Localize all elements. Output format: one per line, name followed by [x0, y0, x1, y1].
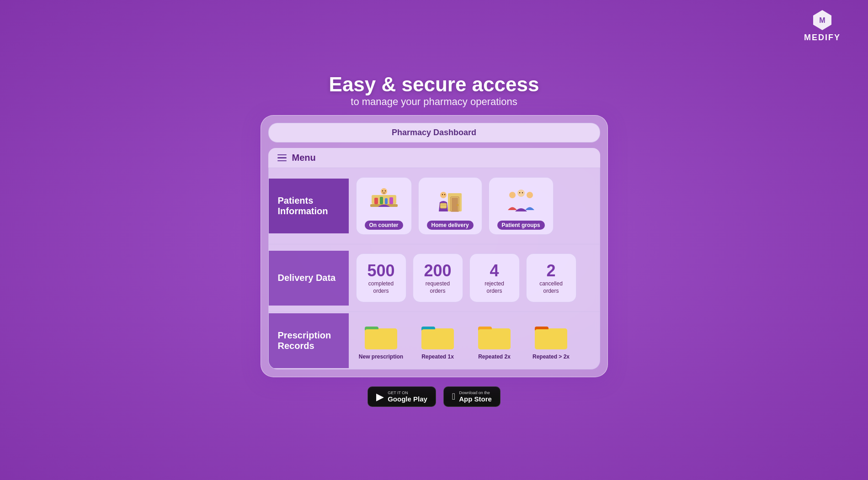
logo-area: M MEDIFY [804, 9, 841, 42]
stat-requested-desc: requestedorders [426, 280, 450, 295]
svg-point-9 [382, 190, 383, 191]
svg-point-19 [444, 194, 445, 195]
stat-requested-number: 200 [424, 261, 451, 280]
dashboard-header: Pharmacy Dashboard [268, 123, 600, 142]
folder-repgt2x[interactable]: Repeated > 2x [526, 321, 576, 360]
stat-completed[interactable]: 500 completedorders [356, 253, 406, 302]
stat-completed-number: 500 [367, 261, 394, 280]
stat-rejected-desc: rejectedorders [485, 280, 504, 295]
svg-point-21 [517, 190, 525, 197]
svg-rect-33 [478, 329, 511, 348]
home-delivery-icon [434, 185, 466, 217]
content-wrapper: Easy & secure access to manage your phar… [256, 73, 612, 407]
svg-point-13 [457, 204, 458, 206]
patient-groups-card[interactable]: Patient groups [489, 177, 554, 235]
svg-point-18 [442, 194, 442, 195]
folder-rep1x[interactable]: Repeated 1x [413, 321, 463, 360]
google-play-icon: ▶ [376, 391, 384, 403]
svg-rect-7 [389, 197, 393, 204]
delivery-row-content: 500 completedorders 200 requestedorders … [349, 244, 600, 311]
home-delivery-icon-area [434, 185, 466, 217]
apple-icon:  [452, 391, 455, 402]
stat-cancelled-desc: cancelledorders [539, 280, 563, 295]
stat-rejected[interactable]: 4 rejectedorders [469, 253, 520, 302]
headline-sub: to manage your pharmacy operations [329, 96, 539, 108]
app-name: MEDIFY [804, 33, 841, 42]
svg-rect-4 [374, 198, 378, 204]
hamburger-icon[interactable] [277, 154, 287, 162]
delivery-row-label: Delivery Data [269, 251, 349, 306]
home-delivery-label: Home delivery [427, 221, 474, 230]
headline-main: Easy & secure access [329, 73, 539, 96]
svg-point-10 [384, 190, 385, 191]
dashboard-rows: Patients Information [268, 168, 600, 369]
prescription-row: Prescription Records New prescription [269, 312, 600, 369]
folder-new[interactable]: New prescription [356, 321, 406, 360]
app-store-label-big: App Store [459, 395, 492, 403]
app-store-text: Download on the App Store [459, 390, 492, 403]
patients-row-content: On counter [349, 168, 600, 244]
stat-cancelled-number: 2 [546, 261, 555, 280]
patient-groups-icon-area [505, 185, 537, 217]
medify-logo-icon: M [811, 9, 833, 31]
svg-rect-36 [535, 329, 567, 348]
svg-point-23 [519, 192, 520, 193]
on-counter-card[interactable]: On counter [356, 177, 412, 235]
google-play-badge[interactable]: ▶ GET IT ON Google Play [367, 386, 436, 407]
menu-bar: Menu [268, 148, 600, 168]
home-delivery-card[interactable]: Home delivery [418, 177, 482, 235]
svg-point-8 [381, 188, 387, 195]
patient-groups-icon [505, 185, 537, 217]
stat-cancelled[interactable]: 2 cancelledorders [526, 253, 576, 302]
on-counter-icon-area [368, 185, 400, 217]
delivery-row: Delivery Data 500 completedorders 200 re… [269, 244, 600, 312]
on-counter-icon [368, 185, 400, 217]
patient-groups-label: Patient groups [497, 221, 545, 230]
patients-row: Patients Information [269, 168, 600, 244]
folder-rep1x-label: Repeated 1x [421, 353, 454, 360]
stat-completed-desc: completedorders [368, 280, 394, 295]
prescription-row-content: New prescription Repeated 1x [349, 312, 600, 369]
svg-text:M: M [819, 16, 825, 24]
svg-rect-6 [385, 198, 388, 204]
folder-repgt2x-icon [534, 321, 568, 351]
store-badges: ▶ GET IT ON Google Play  Download on th… [367, 386, 501, 407]
folder-repgt2x-label: Repeated > 2x [533, 353, 570, 360]
on-counter-label: On counter [365, 221, 403, 230]
svg-rect-27 [365, 329, 397, 348]
google-play-label-big: Google Play [388, 395, 427, 403]
svg-point-15 [440, 192, 447, 198]
folder-rep2x-icon [477, 321, 511, 351]
app-store-label-small: Download on the [459, 390, 492, 395]
svg-point-24 [522, 192, 522, 193]
folder-rep2x-label: Repeated 2x [478, 353, 511, 360]
google-play-label-small: GET IT ON [388, 390, 427, 395]
stat-requested[interactable]: 200 requestedorders [413, 253, 463, 302]
svg-rect-30 [421, 329, 454, 348]
folder-rep1x-icon [421, 321, 455, 351]
prescription-row-label: Prescription Records [269, 313, 349, 368]
folder-new-label: New prescription [359, 353, 403, 360]
google-play-text: GET IT ON Google Play [388, 390, 427, 403]
svg-rect-5 [380, 197, 383, 204]
folder-new-icon [364, 321, 398, 351]
folder-rep2x[interactable]: Repeated 2x [469, 321, 520, 360]
svg-rect-16 [440, 203, 447, 208]
svg-point-22 [527, 192, 533, 198]
dashboard-card: Pharmacy Dashboard Menu Patients Informa… [261, 115, 608, 377]
headline-block: Easy & secure access to manage your phar… [329, 73, 539, 108]
svg-point-20 [509, 192, 516, 198]
patients-row-label: Patients Information [269, 179, 349, 233]
app-store-badge[interactable]:  Download on the App Store [443, 386, 501, 407]
menu-label: Menu [292, 153, 316, 163]
outer-background: Easy & secure access to manage your phar… [0, 0, 868, 480]
stat-rejected-number: 4 [490, 261, 499, 280]
